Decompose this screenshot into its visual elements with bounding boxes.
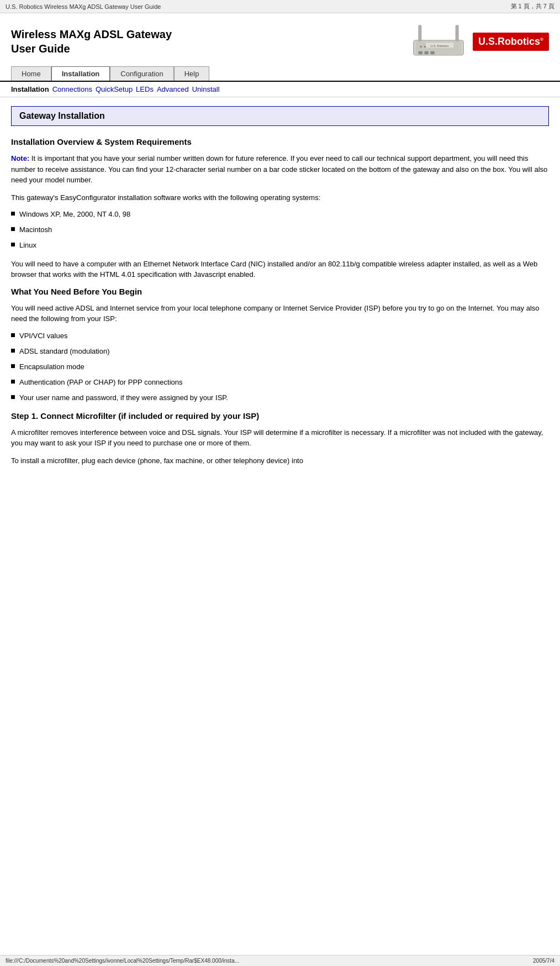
step1-heading: Step 1. Connect Microfilter (if included…: [11, 411, 549, 421]
os-item-2: Linux: [19, 240, 36, 250]
os-item-0: Windows XP, Me, 2000, NT 4.0, 98: [19, 209, 130, 219]
isp-item-3: Authentication (PAP or CHAP) for PPP con…: [19, 377, 183, 387]
list-item: Encapsulation mode: [11, 362, 549, 372]
bullet-icon: [11, 395, 15, 399]
router-image: U.S. Robotics: [411, 22, 466, 61]
isp-item-1: ADSL standard (modulation): [19, 347, 110, 356]
section-box: Gateway Installation: [11, 106, 549, 126]
svg-rect-12: [425, 51, 429, 54]
header-title: Wireless MAXg ADSL Gateway User Guide: [11, 27, 172, 56]
tab-help[interactable]: Help: [174, 66, 210, 81]
bullet-icon: [11, 380, 15, 384]
page-info: 第 1 頁，共 7 頁: [511, 2, 554, 11]
isp-list: VPI/VCI values ADSL standard (modulation…: [11, 331, 549, 403]
what-paragraph: You will need active ADSL and Internet s…: [11, 303, 549, 324]
subnav-uninstall[interactable]: Uninstall: [192, 85, 220, 93]
list-item: ADSL standard (modulation): [11, 347, 549, 356]
isp-item-4: Your user name and password, if they wer…: [19, 393, 228, 403]
svg-rect-8: [456, 25, 458, 41]
svg-point-2: [420, 46, 422, 48]
section-box-title: Gateway Installation: [19, 111, 105, 120]
easycfg-paragraph: This gateway's EasyConfigurator installa…: [11, 192, 549, 203]
microfilter-para1: A microfilter removes interference betwe…: [11, 427, 549, 449]
svg-rect-11: [419, 51, 422, 54]
bullet-icon: [11, 364, 15, 368]
list-item: Linux: [11, 240, 549, 250]
list-item: Authentication (PAP or CHAP) for PPP con…: [11, 377, 549, 387]
svg-text:U.S. Robotics: U.S. Robotics: [430, 44, 449, 48]
header-logo-area: U.S. Robotics U.S.Robotics®: [411, 22, 549, 61]
usr-logo: U.S.Robotics®: [473, 33, 549, 51]
header-section: Wireless MAXg ADSL Gateway User Guide: [0, 13, 560, 66]
list-item: Windows XP, Me, 2000, NT 4.0, 98: [11, 209, 549, 219]
tab-home[interactable]: Home: [11, 66, 51, 81]
subnav-leds[interactable]: LEDs: [136, 85, 154, 93]
subnav-connections[interactable]: Connections: [52, 85, 92, 93]
bullet-icon: [11, 243, 15, 246]
bullet-icon: [11, 333, 15, 337]
isp-item-0: VPI/VCI values: [19, 331, 67, 341]
list-item: Macintosh: [11, 225, 549, 235]
isp-item-2: Encapsulation mode: [19, 362, 84, 372]
note-label: Note:: [11, 154, 29, 162]
browser-title: U.S. Robotics Wireless MAXg ADSL Gateway…: [6, 3, 161, 10]
note-text: It is important that you have your seria…: [11, 154, 547, 184]
svg-rect-13: [431, 51, 435, 54]
subnav-installation[interactable]: Installation: [11, 85, 49, 93]
bullet-icon: [11, 227, 15, 231]
svg-point-3: [424, 46, 426, 48]
overview-heading: Installation Overview & System Requireme…: [11, 137, 549, 146]
os-item-1: Macintosh: [19, 225, 52, 235]
note-paragraph: Note: It is important that you have your…: [11, 153, 549, 186]
list-item: VPI/VCI values: [11, 331, 549, 341]
bullet-icon: [11, 212, 15, 216]
subnav-advanced[interactable]: Advanced: [157, 85, 189, 93]
browser-top-bar: U.S. Robotics Wireless MAXg ADSL Gateway…: [0, 0, 560, 13]
bullet-icon: [11, 349, 15, 353]
nic-paragraph: You will need to have a computer with an…: [11, 259, 549, 280]
os-list: Windows XP, Me, 2000, NT 4.0, 98 Macinto…: [11, 209, 549, 251]
microfilter-para2: To install a microfilter, plug each devi…: [11, 455, 549, 466]
what-heading: What You Need Before You Begin: [11, 287, 549, 296]
page-wrapper: Wireless MAXg ADSL Gateway User Guide: [0, 13, 560, 481]
list-item: Your user name and password, if they wer…: [11, 393, 549, 403]
svg-rect-7: [419, 25, 421, 41]
subnav-quicksetup[interactable]: QuickSetup: [96, 85, 133, 93]
tab-configuration[interactable]: Configuration: [110, 66, 173, 81]
content-area: Gateway Installation Installation Overvi…: [0, 97, 560, 481]
nav-tabs: Home Installation Configuration Help: [0, 66, 560, 82]
sub-nav: Installation Connections QuickSetup LEDs…: [0, 82, 560, 97]
tab-installation[interactable]: Installation: [51, 66, 110, 81]
